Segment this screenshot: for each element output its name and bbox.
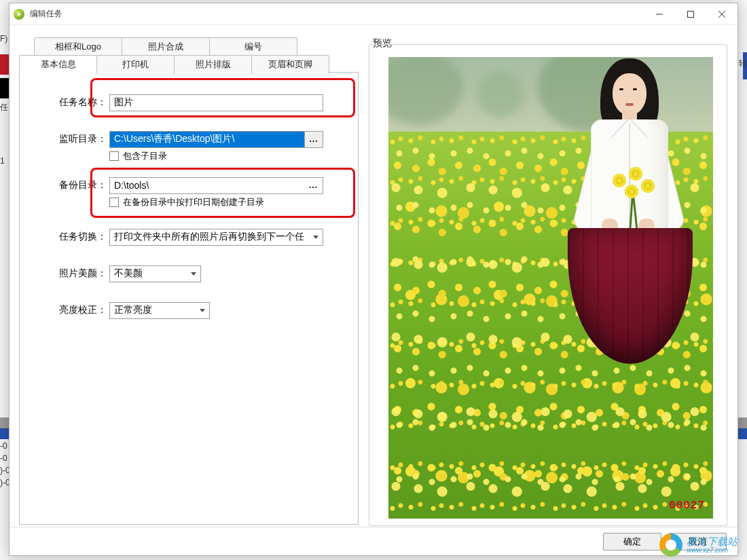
tab-numbering[interactable]: 编号	[209, 37, 297, 55]
brightness-label: 亮度校正：	[41, 304, 109, 316]
backup-dir-browse-button[interactable]: ...	[304, 177, 323, 194]
backup-dir-label: 备份目录：	[41, 179, 109, 191]
bg-text: F)	[0, 34, 7, 43]
cancel-button[interactable]: 取消	[668, 533, 727, 550]
preview-number-stamp: 00027	[669, 500, 705, 512]
settings-pane: 相框和Logo 照片合成 编号 基本信息 打印机 照片排版 页眉和页脚 任务名称…	[19, 37, 359, 526]
backup-dir-input[interactable]	[109, 177, 304, 194]
brightness-select[interactable]: 正常亮度	[109, 302, 210, 319]
maximize-button[interactable]	[675, 3, 706, 25]
dialog-footer: 确定 取消 极光下载站 www.xz7.com	[10, 527, 737, 555]
tab-panel: 任务名称： 监听目录： ... 包含子目录	[19, 72, 359, 525]
bg-text: 1	[0, 156, 5, 166]
task-switch-label: 任务切换：	[41, 231, 109, 243]
listen-dir-input[interactable]	[109, 131, 304, 148]
backup-by-date-label: 在备份目录中按打印日期创建子目录	[123, 196, 264, 208]
chevron-down-icon	[191, 272, 196, 276]
ok-button[interactable]: 确定	[603, 533, 661, 550]
preview-pane: 预览 00027	[367, 37, 727, 526]
brightness-value: 正常亮度	[114, 304, 152, 316]
listen-dir-browse-button[interactable]: ...	[304, 131, 323, 148]
window-title: 编辑任务	[30, 8, 62, 20]
tab-basic-info[interactable]: 基本信息	[19, 55, 97, 74]
edit-task-dialog: 编辑任务 相框和Logo 照片合成 编号 基本信息 打印机 照片排版	[9, 3, 738, 556]
svg-rect-0	[688, 11, 694, 17]
beautify-label: 照片美颜：	[41, 267, 109, 280]
minimize-button[interactable]	[644, 3, 675, 25]
task-name-label: 任务名称：	[41, 96, 109, 109]
tab-printer[interactable]: 打印机	[96, 55, 175, 74]
beautify-value: 不美颜	[114, 267, 143, 280]
bg-text: 任	[0, 102, 8, 113]
backup-by-date-checkbox[interactable]	[109, 198, 119, 207]
preview-image: 00027	[388, 57, 713, 519]
app-icon	[14, 9, 24, 20]
task-switch-value: 打印文件夹中所有的照片后再切换到下一个任	[114, 231, 304, 243]
tab-frame-logo[interactable]: 相框和Logo	[34, 37, 122, 55]
beautify-select[interactable]: 不美颜	[109, 265, 201, 282]
include-subdir-checkbox[interactable]	[109, 151, 119, 161]
chevron-down-icon	[200, 309, 205, 312]
task-name-input[interactable]	[109, 94, 323, 111]
tab-layout[interactable]: 照片排版	[174, 55, 252, 74]
preview-person-illustration	[561, 57, 690, 373]
chevron-down-icon	[313, 236, 318, 239]
task-switch-select[interactable]: 打印文件夹中所有的照片后再切换到下一个任	[109, 229, 323, 246]
close-button[interactable]	[706, 3, 737, 25]
tab-composite[interactable]: 照片合成	[122, 37, 210, 55]
titlebar[interactable]: 编辑任务	[10, 3, 737, 25]
bg-text: -0	[0, 453, 7, 463]
bg-text: -0	[0, 441, 7, 451]
tab-header-footer[interactable]: 页眉和页脚	[251, 55, 329, 74]
listen-dir-label: 监听目录：	[41, 133, 109, 145]
bg-text: 转	[739, 58, 747, 69]
preview-frame: 00027	[369, 44, 727, 526]
include-subdir-label: 包含子目录	[123, 150, 167, 162]
